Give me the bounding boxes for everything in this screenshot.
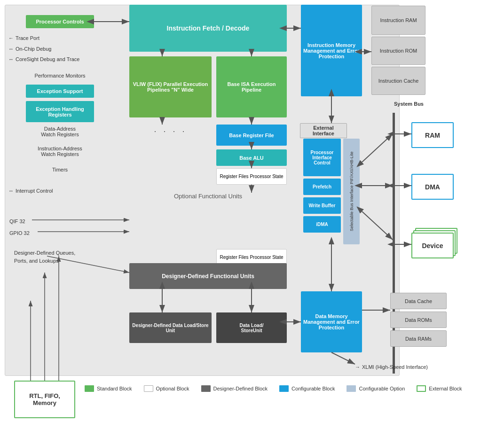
system-bus-label: System Bus xyxy=(394,101,424,107)
data-cache-block: Data Cache xyxy=(390,293,447,309)
idma-block: iDMA xyxy=(303,216,341,233)
base-register-label: Base Register File xyxy=(229,133,274,138)
interrupt-arrow: ↔ xyxy=(8,188,14,194)
vliw-block: VLIW (FLIX) Parallel Execution Pipelines… xyxy=(129,56,212,117)
exception-handling-label: Exception Handling Registers xyxy=(36,106,84,117)
legend-standard-icon xyxy=(85,385,94,392)
base-alu-block: Base ALU xyxy=(216,149,287,166)
designer-data-load-block: Designer-Defined Data Load/Store Unit xyxy=(129,312,212,343)
legend: Standard Block Optional Block Designer-D… xyxy=(85,385,462,392)
rtl-fifo-block: RTL, FIFO,Memory xyxy=(14,381,75,418)
system-bus-text: System Bus xyxy=(394,101,424,107)
selectable-bus-label: Selectable Bus Interface PIF/AXI/AHB-Lit… xyxy=(349,152,354,232)
data-memory-block: Data Memory Management and Error Protect… xyxy=(301,291,362,352)
optional-label-text: Optional Functional Units xyxy=(174,193,242,200)
base-isa-block: Base ISA Execution Pipeline xyxy=(216,56,287,117)
interrupt-control-item: ↔ Interrupt Control xyxy=(8,188,53,194)
legend-config-option-label: Configurable Option xyxy=(359,386,405,391)
base-register-block: Base Register File xyxy=(216,125,287,146)
inst-memory-mgmt-block: Instruction Memory Management and Error … xyxy=(301,5,362,96)
fetch-decode-block: Instruction Fetch / Decode xyxy=(129,5,287,52)
legend-optional-icon xyxy=(144,385,153,392)
reg-files-top-label: Register Files Processor State xyxy=(220,174,283,179)
proc-interface-block: Processor Interface Control xyxy=(303,139,341,176)
legend-optional: Optional Block xyxy=(144,385,189,392)
legend-external: External Block xyxy=(417,385,462,392)
legend-standard: Standard Block xyxy=(85,385,132,392)
dots-text: . . . . xyxy=(154,125,187,134)
legend-config-option-icon xyxy=(346,385,356,392)
dma-block: DMA xyxy=(411,174,454,200)
legend-optional-label: Optional Block xyxy=(156,386,189,391)
processor-controls-block: Processor Controls xyxy=(26,15,94,28)
inst-memory-label: Instruction Memory Management and Error … xyxy=(303,42,360,59)
base-alu-label: Base ALU xyxy=(239,155,264,161)
xlmi-label: → XLMI (High-Speed Interface) xyxy=(355,364,428,370)
rtl-fifo-label: RTL, FIFO,Memory xyxy=(29,392,60,406)
inst-rom-block: Instruction ROM xyxy=(371,37,425,65)
legend-external-label: External Block xyxy=(429,386,462,391)
inst-cache-block: Instruction Cache xyxy=(371,67,425,95)
xlmi-text: XLMI (High-Speed Interface) xyxy=(362,364,428,370)
legend-configurable-icon xyxy=(279,385,289,392)
on-chip-debug-arrow: ↔ xyxy=(8,46,14,52)
designer-data-load-label: Designer-Defined Data Load/Store Unit xyxy=(132,323,209,333)
proc-interface-label: Processor Interface Control xyxy=(305,150,339,165)
device-block-front: Device xyxy=(411,233,454,258)
idma-label: iDMA xyxy=(316,222,328,227)
data-rams-block: Data RAMs xyxy=(390,330,447,347)
ext-interface-text: External Interface xyxy=(313,125,334,136)
prefetch-label: Prefetch xyxy=(313,184,331,189)
data-load-store-block: Data Load/StoreUnit xyxy=(216,312,287,343)
data-cache-label: Data Cache xyxy=(405,298,432,304)
legend-external-icon xyxy=(417,385,426,392)
coresight-arrow: ↔ xyxy=(8,56,14,62)
reg-files-top-block: Register Files Processor State xyxy=(216,168,287,185)
designer-queues-text: Designer-Defined Queues, Ports, and Look… xyxy=(14,250,75,264)
inst-address-watch-item: Instruction-AddressWatch Registers xyxy=(26,146,94,157)
trace-port-arrow: ← xyxy=(8,35,14,41)
legend-designer-label: Designer-Defined Block xyxy=(213,386,268,391)
xlmi-arrow: → xyxy=(355,364,360,370)
on-chip-debug-item: ↔ On-Chip Debug xyxy=(8,46,51,52)
legend-standard-label: Standard Block xyxy=(97,386,132,391)
timers-label: Timers xyxy=(52,167,68,172)
gpio-text: GPIO 32 xyxy=(9,230,30,236)
timers-item: Timers xyxy=(26,167,94,172)
data-address-watch-label: Data-AddressWatch Registers xyxy=(41,126,79,137)
diagram-container: Processor Controls ← Trace Port ↔ On-Chi… xyxy=(0,0,504,429)
prefetch-block: Prefetch xyxy=(303,179,341,195)
data-address-watch-item: Data-AddressWatch Registers xyxy=(26,126,94,137)
exception-support-label: Exception Support xyxy=(37,88,83,94)
device-label: Device xyxy=(422,242,443,250)
performance-monitors-label: Performance Monitors xyxy=(34,73,85,78)
write-buffer-label: Write Buffer xyxy=(308,203,335,208)
designer-queues-label: Designer-Defined Queues, Ports, and Look… xyxy=(14,249,80,265)
inst-rom-label: Instruction ROM xyxy=(380,48,417,54)
inst-ram-label: Instruction RAM xyxy=(380,17,417,23)
dma-label: DMA xyxy=(425,183,440,191)
dots-row: . . . . xyxy=(129,125,212,134)
inst-address-watch-label: Instruction-AddressWatch Registers xyxy=(38,146,82,157)
ram-label: RAM xyxy=(425,132,440,139)
processor-controls-label: Processor Controls xyxy=(36,19,84,24)
coresight-item: ↔ CoreSight Debug and Trace xyxy=(8,56,79,62)
interrupt-control-label: Interrupt Control xyxy=(16,188,53,194)
legend-designer: Designer-Defined Block xyxy=(201,385,268,392)
write-buffer-block: Write Buffer xyxy=(303,197,341,214)
gpio-label: GPIO 32 xyxy=(9,230,30,236)
legend-configurable: Configurable Block xyxy=(279,385,335,392)
qif-text: QIF 32 xyxy=(9,218,25,224)
vliw-label: VLIW (FLIX) Parallel Execution Pipelines… xyxy=(132,81,209,93)
external-interface-label: External Interface xyxy=(300,123,347,138)
data-memory-label: Data Memory Management and Error Protect… xyxy=(303,313,360,330)
base-isa-label: Base ISA Execution Pipeline xyxy=(219,81,284,93)
legend-configurable-label: Configurable Block xyxy=(291,386,335,391)
trace-port-item: ← Trace Port xyxy=(8,35,39,41)
exception-handling-block: Exception Handling Registers xyxy=(26,101,94,122)
inst-ram-block: Instruction RAM xyxy=(371,6,425,35)
reg-files-bottom-label: Register Files Processor State xyxy=(220,255,283,260)
legend-config-option: Configurable Option xyxy=(346,385,405,392)
data-rams-label: Data RAMs xyxy=(405,336,432,342)
data-load-store-label: Data Load/StoreUnit xyxy=(239,323,263,333)
